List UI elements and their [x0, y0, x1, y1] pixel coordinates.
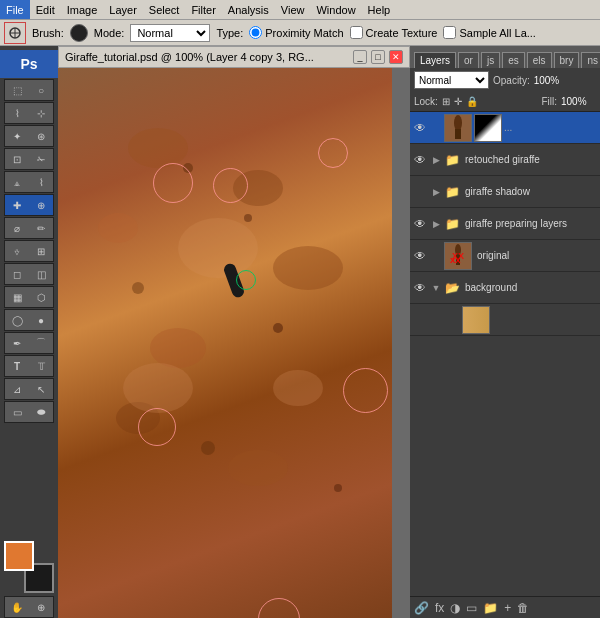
layer-1-name: ...: [504, 122, 512, 133]
layer-4-expand[interactable]: ▶: [430, 219, 442, 229]
marquee-tool[interactable]: ⬚ ○: [4, 79, 54, 101]
layer-5-visibility-toggle[interactable]: 👁: [412, 249, 428, 263]
crop-tool[interactable]: ⊡ ✁: [4, 148, 54, 170]
svg-point-4: [233, 170, 283, 206]
layer-row-4[interactable]: 👁 ▶ 📁 giraffe preparing layers: [410, 208, 600, 240]
new-layer-icon[interactable]: +: [504, 601, 511, 615]
gradient-icon: ▦: [5, 286, 29, 308]
hand-icon: ✋: [5, 596, 29, 618]
layer-3-expand[interactable]: ▶: [430, 187, 442, 197]
tab-els[interactable]: els: [527, 52, 552, 68]
layer-row-3[interactable]: ▶ 📁 giraffe shadow: [410, 176, 600, 208]
lock-label: Lock:: [414, 96, 438, 107]
layers-panel: Layers or js es els bry ns ✕ Normal Mult…: [410, 46, 600, 618]
layers-tabs: Layers or js es els bry ns ✕: [410, 46, 600, 68]
foreground-color-swatch[interactable]: [4, 541, 34, 571]
menu-filter[interactable]: Filter: [185, 0, 221, 19]
sample-all-group: Sample All La...: [443, 26, 535, 39]
svg-point-5: [98, 213, 138, 243]
layer-6-visibility-toggle[interactable]: 👁: [412, 281, 428, 295]
svg-point-14: [244, 214, 252, 222]
tab-ns[interactable]: ns: [581, 52, 600, 68]
mask-icon[interactable]: ▭: [466, 601, 477, 615]
stamp-tool[interactable]: ⎀ ⊞: [4, 240, 54, 262]
tab-bry[interactable]: bry: [554, 52, 580, 68]
heal-tool[interactable]: ✚ ⊕: [4, 194, 54, 216]
menu-layer[interactable]: Layer: [103, 0, 143, 19]
minimize-button[interactable]: _: [353, 50, 367, 64]
layer-row-bg-content[interactable]: [410, 304, 600, 336]
layer-1-visibility-toggle[interactable]: 👁: [412, 121, 428, 135]
menu-edit[interactable]: Edit: [30, 0, 61, 19]
svg-point-17: [201, 441, 215, 455]
pen-tool[interactable]: ✒ ⌒: [4, 332, 54, 354]
tab-js[interactable]: js: [481, 52, 500, 68]
ellipse-marquee-icon: ○: [29, 79, 53, 101]
layer-2-expand[interactable]: ▶: [430, 155, 442, 165]
tab-es[interactable]: es: [502, 52, 525, 68]
proximity-match-radio[interactable]: [249, 26, 262, 39]
layer-4-folder-icon: 📁: [444, 217, 460, 231]
menu-help[interactable]: Help: [362, 0, 397, 19]
type-tool[interactable]: T 𝕋: [4, 355, 54, 377]
tab-or[interactable]: or: [458, 52, 479, 68]
magic-wand-tool[interactable]: ✦ ⊛: [4, 125, 54, 147]
menu-view[interactable]: View: [275, 0, 311, 19]
shape-tool[interactable]: ▭ ⬬: [4, 401, 54, 423]
menu-file[interactable]: File: [0, 0, 30, 19]
direct-select-icon: ↖: [29, 378, 53, 400]
fx-icon[interactable]: fx: [435, 601, 444, 615]
crop-icon: ⊡: [5, 148, 29, 170]
lock-checkerboard-icon[interactable]: ⊞: [442, 96, 450, 107]
brush-preview[interactable]: [70, 24, 88, 42]
eraser-tool[interactable]: ◻ ◫: [4, 263, 54, 285]
adjustment-layer-icon[interactable]: ◑: [450, 601, 460, 615]
type-label: Type:: [216, 27, 243, 39]
layer-row-5[interactable]: 👁 XX original: [410, 240, 600, 272]
canvas-area[interactable]: [58, 68, 410, 618]
sample-all-checkbox[interactable]: [443, 26, 456, 39]
layer-2-name: retouched giraffe: [465, 154, 598, 165]
type-radio-group: Proximity Match: [249, 26, 343, 39]
menu-select[interactable]: Select: [143, 0, 186, 19]
fill-label: Fill:: [541, 96, 557, 107]
canvas-image[interactable]: [58, 68, 392, 618]
layer-4-visibility-toggle[interactable]: 👁: [412, 217, 428, 231]
path-tool[interactable]: ⊿ ↖: [4, 378, 54, 400]
layer-5-name: original: [477, 250, 598, 261]
layer-row-6[interactable]: 👁 ▼ 📂 background: [410, 272, 600, 304]
new-group-icon[interactable]: 📁: [483, 601, 498, 615]
close-button[interactable]: ✕: [389, 50, 403, 64]
layer-6-folder-icon: 📂: [444, 281, 460, 295]
menu-bar: File Edit Image Layer Select Filter Anal…: [0, 0, 600, 20]
svg-text:XX: XX: [450, 256, 461, 265]
layer-row-1[interactable]: 👁 ...: [410, 112, 600, 144]
magic-wand-icon: ✦: [5, 125, 29, 147]
menu-analysis[interactable]: Analysis: [222, 0, 275, 19]
opacity-label: Opacity:: [493, 75, 530, 86]
layer-6-expand[interactable]: ▼: [430, 283, 442, 293]
lock-all-icon[interactable]: 🔒: [466, 96, 478, 107]
pen-icon: ✒: [5, 332, 29, 354]
svg-point-15: [132, 282, 144, 294]
layer-1-mask-thumbnail: [474, 114, 502, 142]
tab-layers[interactable]: Layers: [414, 52, 456, 68]
dodge-tool[interactable]: ◯ ●: [4, 309, 54, 331]
lock-position-icon[interactable]: ✛: [454, 96, 462, 107]
menu-window[interactable]: Window: [310, 0, 361, 19]
layer-row-2[interactable]: 👁 ▶ 📁 retouched giraffe: [410, 144, 600, 176]
link-icon[interactable]: 🔗: [414, 601, 429, 615]
mode-dropdown[interactable]: Normal Multiply: [130, 24, 210, 42]
menu-image[interactable]: Image: [61, 0, 104, 19]
delete-layer-icon[interactable]: 🗑: [517, 601, 529, 615]
svg-point-6: [273, 246, 343, 290]
layer-2-visibility-toggle[interactable]: 👁: [412, 153, 428, 167]
hand-tool[interactable]: ✋ ⊕: [4, 596, 54, 618]
gradient-tool[interactable]: ▦ ⬡: [4, 286, 54, 308]
brush-tool[interactable]: ⌀ ✏: [4, 217, 54, 239]
blend-mode-select[interactable]: Normal Multiply Screen: [414, 71, 489, 89]
create-texture-checkbox[interactable]: [350, 26, 363, 39]
lasso-tool[interactable]: ⌇ ⊹: [4, 102, 54, 124]
maximize-button[interactable]: □: [371, 50, 385, 64]
eyedropper-tool[interactable]: ⟁ ⌇: [4, 171, 54, 193]
